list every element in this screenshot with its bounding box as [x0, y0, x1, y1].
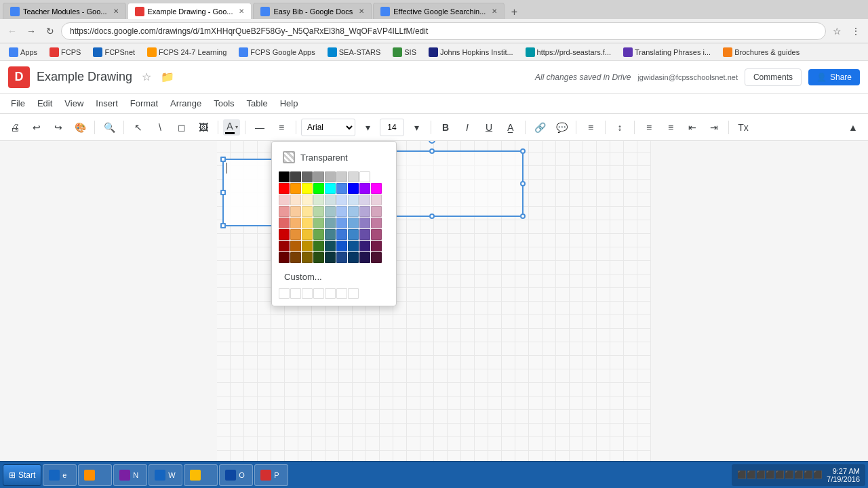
swatch-cb6[interactable]: [336, 252, 347, 263]
bookmark-fcpsnet[interactable]: FCPSnet: [90, 46, 138, 58]
handle-ml[interactable]: [220, 190, 226, 195]
custom-color-button[interactable]: Custom...: [279, 268, 389, 285]
swatch-b5[interactable]: [348, 241, 359, 251]
bookmark-fcps[interactable]: FCPS: [46, 46, 84, 58]
menu-insert[interactable]: Insert: [90, 96, 123, 110]
bookmark-seastars[interactable]: SEA-STARS: [324, 46, 384, 58]
rotate-handle[interactable]: [429, 141, 435, 144]
font-size-decrease[interactable]: ▾: [407, 118, 426, 137]
taskbar-app-ie[interactable]: e: [43, 464, 77, 486]
bookmark-apps[interactable]: Apps: [5, 46, 41, 58]
bookmark-247learning[interactable]: FCPS 24-7 Learning: [144, 46, 230, 58]
swatch-g4[interactable]: [313, 229, 324, 240]
text-color-dropdown-arrow[interactable]: ▾: [235, 124, 238, 130]
swatch-p3[interactable]: [359, 218, 370, 228]
bookmark-button[interactable]: ☆: [829, 23, 845, 39]
handle-tl[interactable]: [220, 157, 226, 162]
swatch-c2[interactable]: [325, 206, 336, 217]
zoom-button[interactable]: 🔍: [100, 118, 119, 137]
swatch-m3[interactable]: [371, 218, 382, 228]
bookmark-sis[interactable]: SIS: [389, 46, 420, 58]
canvas-area[interactable]: [0, 141, 868, 461]
indent-decrease-button[interactable]: ⇤: [683, 118, 702, 137]
swatch-y5[interactable]: [302, 241, 313, 251]
swatch-c6[interactable]: [325, 252, 336, 263]
swatch-r1[interactable]: [279, 195, 290, 205]
swatch-m4[interactable]: [371, 229, 382, 240]
transparent-option[interactable]: Transparent: [279, 148, 389, 166]
line-style-button[interactable]: —: [250, 118, 269, 137]
swatch-g6[interactable]: [313, 252, 324, 263]
resize-mr[interactable]: [520, 181, 526, 186]
swatch-cb2[interactable]: [336, 206, 347, 217]
swatch-b2[interactable]: [348, 206, 359, 217]
swatch-o1[interactable]: [290, 195, 301, 205]
swatch-y6[interactable]: [302, 252, 313, 263]
paint-format-button[interactable]: 🎨: [71, 118, 90, 137]
align-button[interactable]: ≡: [581, 118, 600, 137]
settings-button[interactable]: ⋮: [848, 23, 864, 39]
list-bullet-button[interactable]: ≡: [639, 118, 658, 137]
swatch-r4[interactable]: [279, 229, 290, 240]
bookmark-johns-hopkins[interactable]: Johns Hopkins Instit...: [425, 46, 517, 58]
list-number-button[interactable]: ≡: [661, 118, 680, 137]
bold-button[interactable]: B: [436, 118, 455, 137]
swatch-m6[interactable]: [371, 252, 382, 263]
swatch-o2[interactable]: [290, 206, 301, 217]
swatch-y3[interactable]: [302, 218, 313, 228]
share-button[interactable]: 👤 Share: [808, 69, 860, 85]
taskbar-app-word[interactable]: W: [149, 464, 182, 486]
reload-button[interactable]: ↻: [42, 23, 58, 39]
menu-tools[interactable]: Tools: [208, 96, 239, 110]
recent-swatch-4[interactable]: [313, 288, 324, 299]
tab-close-2[interactable]: ✕: [239, 7, 244, 15]
font-dropdown-btn[interactable]: ▾: [358, 118, 377, 137]
swatch-grey[interactable]: [302, 171, 313, 182]
line-tool[interactable]: \: [151, 118, 170, 137]
menu-arrange[interactable]: Arrange: [165, 96, 207, 110]
swatch-c5[interactable]: [325, 241, 336, 251]
shape-tool[interactable]: ◻: [172, 118, 191, 137]
folder-icon[interactable]: 📁: [161, 70, 174, 83]
recent-swatch-3[interactable]: [302, 288, 313, 299]
swatch-cyan[interactable]: [325, 183, 336, 194]
swatch-p5[interactable]: [359, 241, 370, 251]
menu-table[interactable]: Table: [241, 96, 273, 110]
recent-swatch-5[interactable]: [325, 288, 336, 299]
new-tab-button[interactable]: +: [506, 5, 522, 19]
undo-button[interactable]: ↩: [27, 118, 46, 137]
back-button[interactable]: ←: [4, 23, 20, 39]
menu-help[interactable]: Help: [275, 96, 304, 110]
taskbar-app-ppt[interactable]: P: [254, 464, 288, 486]
resize-br[interactable]: [520, 214, 526, 219]
swatch-b6[interactable]: [348, 252, 359, 263]
tab-close-3[interactable]: ✕: [359, 7, 364, 15]
recent-swatch-7[interactable]: [348, 288, 359, 299]
swatch-c1[interactable]: [325, 195, 336, 205]
forward-button[interactable]: →: [23, 23, 39, 39]
tab-close-4[interactable]: ✕: [492, 7, 497, 15]
handle-bl[interactable]: [220, 223, 226, 228]
swatch-light-grey[interactable]: [325, 171, 336, 182]
swatch-r2[interactable]: [279, 206, 290, 217]
swatch-r3[interactable]: [279, 218, 290, 228]
swatch-o6[interactable]: [290, 252, 301, 263]
text-color-button[interactable]: A ▾: [223, 119, 240, 136]
swatch-m5[interactable]: [371, 241, 382, 251]
swatch-green[interactable]: [313, 183, 324, 194]
bookmark-translating[interactable]: Translating Phrases i...: [620, 46, 714, 58]
swatch-y4[interactable]: [302, 229, 313, 240]
bookmark-brochures[interactable]: Brochures & guides: [719, 46, 803, 58]
swatch-b4[interactable]: [348, 229, 359, 240]
taskbar-app-onenote[interactable]: N: [113, 464, 147, 486]
doc-title[interactable]: Example Drawing: [37, 70, 132, 84]
recent-swatch-2[interactable]: [290, 288, 301, 299]
swatch-o4[interactable]: [290, 229, 301, 240]
taskbar-app-outlook[interactable]: O: [219, 464, 253, 486]
swatch-y2[interactable]: [302, 206, 313, 217]
line-spacing-button[interactable]: ↕: [610, 118, 629, 137]
redo-button[interactable]: ↪: [49, 118, 68, 137]
recent-swatch-6[interactable]: [336, 288, 347, 299]
bookmark-googleapps[interactable]: FCPS Google Apps: [235, 46, 318, 58]
resize-bm[interactable]: [429, 214, 435, 219]
